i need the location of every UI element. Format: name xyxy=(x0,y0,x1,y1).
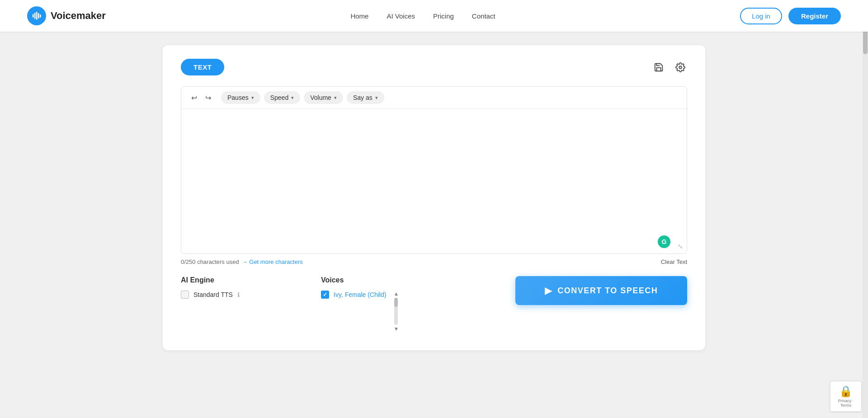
pauses-arrow-icon: ▾ xyxy=(251,95,254,101)
svg-rect-4 xyxy=(40,14,41,18)
svg-rect-1 xyxy=(34,13,36,19)
undo-redo-group: ↩ ↪ xyxy=(189,92,214,104)
convert-to-speech-button[interactable]: ▶ CONVERT TO SPEECH xyxy=(515,276,687,305)
voice-name[interactable]: Ivy, Female (Child) xyxy=(334,291,386,298)
say-as-arrow-icon: ▾ xyxy=(375,95,378,101)
char-count-bar: 0/250 characters used Get more character… xyxy=(181,258,687,265)
svg-rect-3 xyxy=(38,13,39,19)
char-count-text: 0/250 characters used xyxy=(181,258,239,265)
voices-scrollbar-thumb xyxy=(394,298,398,307)
speed-dropdown[interactable]: Speed ▾ xyxy=(264,91,300,104)
voices-section: Voices Ivy, Female (Child) ▲ ▼ xyxy=(321,276,448,332)
convert-label: CONVERT TO SPEECH xyxy=(557,286,658,296)
top-icons xyxy=(652,61,687,74)
standard-tts-option: Standard TTS ℹ xyxy=(181,291,307,299)
main-container: TEXT ↩ ↪ Pa xyxy=(163,45,705,350)
pauses-dropdown[interactable]: Pauses ▾ xyxy=(221,91,260,104)
recaptcha-text: Privacy · Terms xyxy=(835,399,857,408)
standard-tts-checkbox[interactable] xyxy=(181,291,189,299)
login-button[interactable]: Log in xyxy=(740,8,782,24)
nav-ai-voices[interactable]: AI Voices xyxy=(387,12,415,20)
ai-engine-title: AI Engine xyxy=(181,276,307,284)
voices-scrollbar-track xyxy=(394,298,398,325)
header: Voicemaker Home AI Voices Pricing Contac… xyxy=(0,0,868,32)
scrollbar-up-arrow[interactable]: ▲ xyxy=(393,291,399,297)
register-button[interactable]: Register xyxy=(788,8,841,24)
info-icon[interactable]: ℹ xyxy=(237,291,240,298)
voice-checkbox[interactable] xyxy=(321,291,329,299)
svg-point-5 xyxy=(679,66,682,69)
speed-arrow-icon: ▾ xyxy=(291,95,294,101)
settings-button[interactable] xyxy=(674,61,687,74)
clear-text-button[interactable]: Clear Text xyxy=(661,258,687,265)
svg-rect-2 xyxy=(36,12,38,20)
nav-home[interactable]: Home xyxy=(350,12,368,20)
logo-icon xyxy=(27,6,46,25)
undo-button[interactable]: ↩ xyxy=(189,92,200,104)
redo-button[interactable]: ↪ xyxy=(203,92,214,104)
main-nav: Home AI Voices Pricing Contact xyxy=(350,12,495,20)
text-input[interactable] xyxy=(181,109,687,254)
nav-contact[interactable]: Contact xyxy=(472,12,495,20)
scrollbar-down-arrow[interactable]: ▼ xyxy=(393,326,399,332)
volume-dropdown[interactable]: Volume ▾ xyxy=(304,91,343,104)
logo: Voicemaker xyxy=(27,6,106,25)
svg-rect-0 xyxy=(33,14,34,18)
say-as-dropdown[interactable]: Say as ▾ xyxy=(347,91,384,104)
standard-tts-label: Standard TTS xyxy=(193,291,233,298)
volume-arrow-icon: ▾ xyxy=(334,95,337,101)
voices-title: Voices xyxy=(321,276,448,284)
editor-container: ↩ ↪ Pauses ▾ Speed ▾ Volume ▾ Say as ▾ G xyxy=(181,86,687,254)
tab-text-button[interactable]: TEXT xyxy=(181,59,224,75)
resize-handle[interactable]: ⤡ xyxy=(678,243,683,250)
recaptcha-logo: 🔒 xyxy=(835,385,857,398)
char-count-left: 0/250 characters used Get more character… xyxy=(181,258,303,265)
top-bar: TEXT xyxy=(181,59,687,75)
ai-engine-section: AI Engine Standard TTS ℹ xyxy=(181,276,307,302)
recaptcha-badge: 🔒 Privacy · Terms xyxy=(830,381,862,412)
get-more-link[interactable]: Get more characters xyxy=(242,258,303,265)
editor-toolbar: ↩ ↪ Pauses ▾ Speed ▾ Volume ▾ Say as ▾ xyxy=(181,87,687,109)
play-icon: ▶ xyxy=(545,285,552,296)
header-actions: Log in Register xyxy=(740,8,841,24)
editor-wrapper: G ⤡ xyxy=(181,109,687,254)
logo-text: Voicemaker xyxy=(51,10,106,22)
page-scrollbar xyxy=(863,0,868,418)
voice-item: Ivy, Female (Child) xyxy=(321,291,386,299)
save-button[interactable] xyxy=(652,61,665,74)
grammarly-icon[interactable]: G xyxy=(658,235,670,248)
bottom-section: AI Engine Standard TTS ℹ Voices Ivy, Fem… xyxy=(181,276,687,332)
nav-pricing[interactable]: Pricing xyxy=(433,12,454,20)
voices-list: Ivy, Female (Child) xyxy=(321,291,386,299)
convert-section: ▶ CONVERT TO SPEECH xyxy=(461,276,687,305)
